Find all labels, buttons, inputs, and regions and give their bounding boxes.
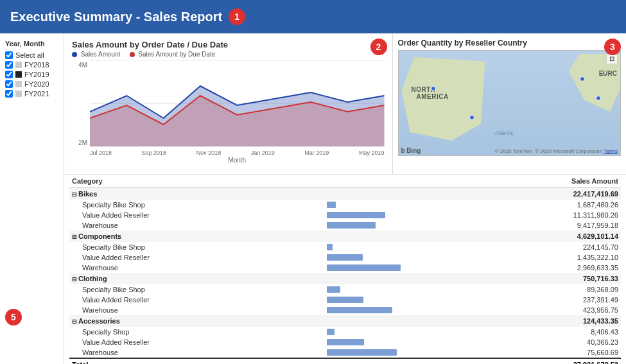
legend-sales-amount: Sales Amount bbox=[72, 51, 121, 58]
charts-row: Sales Amount by Order Date / Due Date Sa… bbox=[64, 33, 626, 175]
line-chart-title: Sales Amount by Order Date / Due Date bbox=[72, 40, 385, 49]
sub-bar-cell bbox=[314, 242, 442, 252]
table-row: Warehouse 2,969,633.35 bbox=[69, 263, 621, 273]
sub-value: 11,311,980.26 bbox=[442, 210, 621, 220]
fy2021-color bbox=[15, 91, 22, 97]
fy2019-checkbox[interactable] bbox=[5, 71, 13, 78]
table-row: Warehouse 423,956.75 bbox=[69, 305, 621, 315]
table-row: Specialty Bike Shop 1,687,480.26 bbox=[69, 200, 621, 210]
category-value: 4,629,101.14 bbox=[442, 230, 621, 242]
expand-icon[interactable]: ⊟ bbox=[72, 318, 77, 325]
category-bar-cell bbox=[314, 188, 442, 200]
badge-3: 3 bbox=[604, 39, 621, 55]
category-bar-cell bbox=[314, 230, 442, 242]
fy2018-color bbox=[15, 62, 22, 68]
table-row: ⊟Accessories 124,433.35 bbox=[69, 315, 621, 327]
sub-value: 237,391.49 bbox=[442, 295, 621, 305]
expand-icon[interactable]: ⊟ bbox=[72, 276, 77, 282]
map-copyright: © 2020 TomTom, © 2020 Microsoft Corporat… bbox=[495, 148, 618, 154]
sub-name: Warehouse bbox=[69, 220, 314, 230]
sub-name: Value Added Reseller bbox=[69, 295, 314, 305]
table-area: Category Sales Amount ⊟Bikes 22,417,419.… bbox=[64, 175, 626, 364]
col-header-category: Category bbox=[69, 175, 314, 188]
sub-value: 1,435,322.10 bbox=[442, 252, 621, 263]
bar-container bbox=[327, 254, 440, 261]
filter-fy2019-label: FY2019 bbox=[24, 71, 49, 78]
table-row: Total 27,921,670.52 bbox=[69, 358, 621, 364]
filter-fy2019[interactable]: FY2019 bbox=[5, 71, 58, 78]
filter-fy2018[interactable]: FY2018 bbox=[5, 61, 58, 69]
table-row: Warehouse 9,417,959.18 bbox=[69, 220, 621, 230]
bar-container bbox=[327, 212, 440, 218]
sub-name: Warehouse bbox=[69, 263, 314, 273]
bar-fill bbox=[327, 329, 335, 335]
sub-bar-cell bbox=[314, 327, 442, 337]
filter-fy2018-label: FY2018 bbox=[24, 61, 49, 69]
map-atlantic-label: Atlantic bbox=[495, 130, 514, 136]
fy2021-checkbox[interactable] bbox=[5, 90, 13, 98]
category-name: ⊟Accessories bbox=[69, 315, 314, 327]
x-label-jan19: Jan 2019 bbox=[251, 150, 275, 156]
badge-5: 5 bbox=[5, 309, 22, 325]
category-value: 22,417,419.69 bbox=[442, 188, 621, 200]
map-title: Order Quantity by Reseller Country bbox=[398, 39, 622, 48]
map-container: NORTH AMERICA EURC Atlantic b Bing © 202… bbox=[398, 50, 622, 156]
table-row: Warehouse 75,660.69 bbox=[69, 347, 621, 358]
table-wrapper: Category Sales Amount ⊟Bikes 22,417,419.… bbox=[69, 175, 621, 364]
expand-icon[interactable]: ⊟ bbox=[72, 234, 77, 240]
badge-1: 1 bbox=[229, 8, 245, 25]
sub-value: 1,687,480.26 bbox=[442, 200, 621, 210]
map-dot-2 bbox=[469, 115, 474, 120]
bar-container bbox=[327, 307, 440, 313]
bar-fill bbox=[327, 339, 364, 345]
select-all-checkbox[interactable] bbox=[5, 51, 13, 59]
chart-area: 4M 2M bbox=[72, 60, 385, 155]
sub-name: Specialty Bike Shop bbox=[69, 200, 314, 210]
sub-name: Value Added Reseller bbox=[69, 337, 314, 347]
bar-container bbox=[327, 264, 440, 271]
category-name: ⊟Bikes bbox=[69, 188, 314, 200]
total-label: Total bbox=[69, 358, 314, 364]
category-bar-cell bbox=[314, 315, 442, 327]
table-row: ⊟Clothing 750,716.33 bbox=[69, 273, 621, 284]
fy2020-color bbox=[15, 81, 22, 87]
filter-fy2021[interactable]: FY2021 bbox=[5, 90, 58, 98]
sub-value: 75,660.69 bbox=[442, 347, 621, 358]
y-axis: 4M 2M bbox=[72, 60, 90, 155]
sub-bar-cell bbox=[314, 200, 442, 210]
table-row: ⊟Bikes 22,417,419.69 bbox=[69, 188, 621, 200]
table-row: Specialty Bike Shop 89,368.09 bbox=[69, 284, 621, 295]
fy2018-checkbox[interactable] bbox=[5, 61, 13, 69]
map-dot-1 bbox=[431, 86, 436, 91]
total-bar-cell bbox=[314, 358, 442, 364]
main-content: Year, Month Select all FY2018 FY2019 FY2… bbox=[0, 33, 626, 364]
sub-bar-cell bbox=[314, 337, 442, 347]
category-value: 124,433.35 bbox=[442, 315, 621, 327]
bar-fill bbox=[327, 349, 397, 356]
header: Executive Summary - Sales Report 1 bbox=[0, 0, 626, 33]
bar-fill bbox=[327, 307, 392, 313]
sub-value: 2,969,633.35 bbox=[442, 263, 621, 273]
x-axis-labels: Jul 2018 Sep 2018 Nov 2018 Jan 2019 Mar … bbox=[90, 150, 385, 156]
bar-container bbox=[327, 297, 440, 303]
filter-fy2020[interactable]: FY2020 bbox=[5, 80, 58, 88]
bar-container bbox=[327, 222, 440, 229]
filter-fy2020-label: FY2020 bbox=[24, 80, 49, 88]
bar-container bbox=[327, 329, 440, 335]
col-header-amount: Sales Amount bbox=[442, 175, 621, 188]
filter-select-all[interactable]: Select all bbox=[5, 51, 58, 59]
chart-legend: Sales Amount Sales Amount by Due Date bbox=[72, 51, 385, 58]
bing-label: b Bing bbox=[401, 147, 421, 154]
sub-name: Specialty Shop bbox=[69, 327, 314, 337]
sub-name: Value Added Reseller bbox=[69, 252, 314, 263]
category-name: ⊟Components bbox=[69, 230, 314, 242]
bar-fill bbox=[327, 212, 385, 218]
x-label-may19: May 2019 bbox=[359, 150, 385, 156]
table-row: ⊟Components 4,629,101.14 bbox=[69, 230, 621, 242]
fy2020-checkbox[interactable] bbox=[5, 80, 13, 88]
bar-container bbox=[327, 339, 440, 345]
total-value: 27,921,670.52 bbox=[442, 358, 621, 364]
category-bar-cell bbox=[314, 273, 442, 284]
expand-icon[interactable]: ⊟ bbox=[72, 191, 77, 198]
legend-due-label: Sales Amount by Due Date bbox=[138, 51, 215, 58]
